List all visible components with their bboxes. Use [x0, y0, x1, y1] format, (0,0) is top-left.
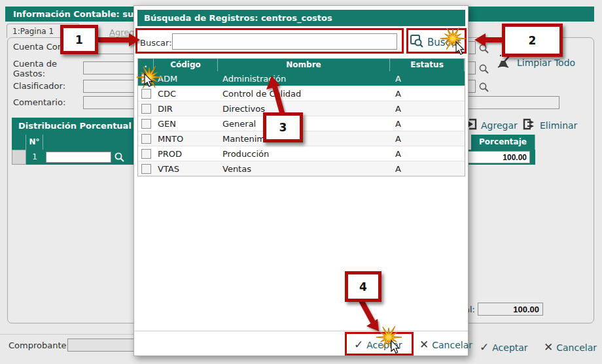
cuenta-contable-search-icon[interactable]	[478, 43, 489, 57]
highlight-rect-search-field	[135, 28, 404, 54]
agregar-row-label: Agregar	[481, 120, 518, 131]
table-row[interactable]: ADM Administración A	[138, 71, 465, 86]
agregar-row-button[interactable]: Agregar	[463, 118, 518, 133]
main-cancelar-button[interactable]: ✕ Cancelar	[544, 342, 597, 353]
dialog-footer-divider	[134, 331, 468, 331]
cuenta-gastos-label: Cuenta de Gastos:	[13, 59, 75, 78]
dialog-cancelar-button[interactable]: ✕ Cancelar	[419, 339, 472, 350]
row-codigo-input[interactable]	[46, 152, 111, 163]
search-records-dialog: Búsqueda de Registros: centros_costos Bu…	[133, 5, 469, 356]
eliminar-row-button[interactable]: Eliminar	[522, 118, 577, 133]
row-checkbox[interactable]	[141, 74, 151, 84]
col-select: .	[138, 59, 154, 71]
row-checkbox[interactable]	[141, 104, 151, 114]
total-input[interactable]	[478, 303, 543, 316]
comentario-label: Comentario:	[13, 97, 85, 107]
screen: Información Contable: sucursales 1:Pagin…	[0, 0, 602, 364]
x-icon: ✕	[544, 342, 553, 353]
col-num: N°	[26, 135, 43, 150]
callout-4: 4	[345, 271, 381, 302]
row-checkbox[interactable]	[141, 89, 151, 99]
footer-divider	[0, 334, 133, 335]
table-row[interactable]: CDC Control de Calidad A	[138, 86, 465, 101]
row-checkbox[interactable]	[141, 164, 151, 174]
dialog-cancelar-label: Cancelar	[432, 340, 472, 350]
table-row[interactable]: VTAS Ventas A	[138, 161, 465, 176]
cuenta-gastos-search-icon[interactable]	[478, 63, 489, 77]
col-codigo[interactable]: Código	[154, 59, 218, 71]
results-table-header: . Código Nombre Estatus	[138, 59, 465, 71]
x-icon: ✕	[419, 339, 429, 350]
tab-label: 1:Pagina 1	[12, 27, 54, 36]
col-estatus[interactable]: Estatus	[390, 59, 465, 71]
row-selector-cell[interactable]	[12, 150, 26, 165]
row-checkbox[interactable]	[141, 134, 151, 144]
highlight-rect-aceptar-button	[345, 332, 414, 356]
clasificador-label: Clasificador:	[13, 81, 85, 91]
clasificador-search-icon[interactable]	[478, 82, 489, 95]
main-cancelar-label: Cancelar	[556, 342, 597, 353]
dialog-title-bar: Búsqueda de Registros: centros_costos	[137, 10, 465, 26]
row-num-cell: 1	[26, 150, 43, 165]
highlight-rect-buscar-button	[406, 28, 467, 54]
row-checkbox[interactable]	[141, 119, 151, 129]
callout-1: 1	[60, 25, 98, 54]
row-checkbox[interactable]	[141, 149, 151, 159]
dialog-title: Búsqueda de Registros: centros_costos	[137, 10, 465, 26]
row-codigo-search-icon[interactable]	[114, 152, 125, 165]
col-porcentaje: Porcentaje	[471, 135, 535, 150]
check-icon: ✓	[480, 342, 489, 353]
callout-3: 3	[263, 112, 303, 142]
remove-row-icon	[522, 118, 537, 133]
comprobante-label: Comprobante:	[9, 340, 69, 350]
main-aceptar-label: Aceptar	[492, 342, 527, 353]
callout-2: 2	[502, 24, 563, 57]
eliminar-row-label: Eliminar	[540, 120, 577, 131]
table-row[interactable]: PROD Producción A	[138, 146, 465, 161]
main-aceptar-button[interactable]: ✓ Aceptar	[480, 342, 528, 353]
limpiar-todo-label: Limpiar Todo	[517, 58, 575, 68]
col-nombre[interactable]: Nombre	[218, 59, 390, 71]
